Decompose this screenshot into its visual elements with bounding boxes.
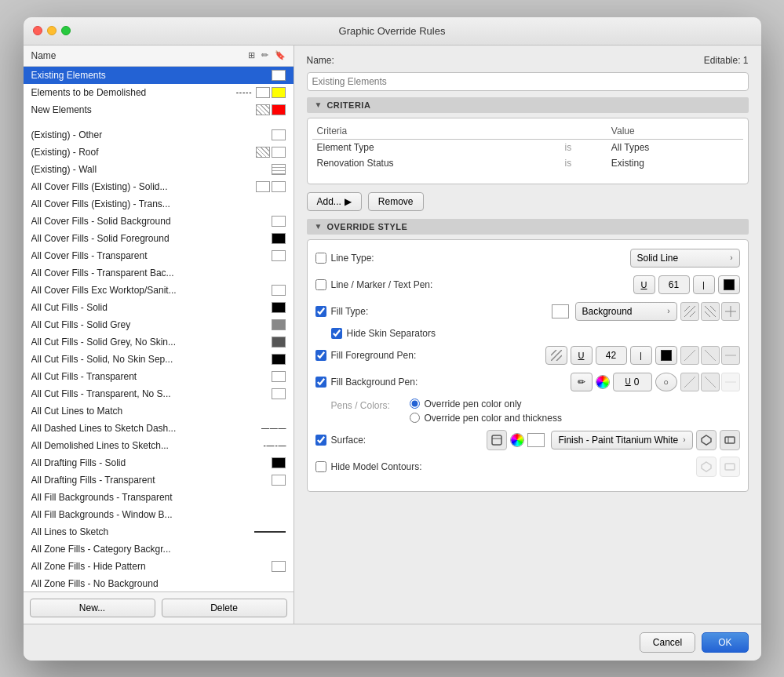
list-item[interactable]: All Cover Fills Exc Worktop/Sanit... — [24, 282, 294, 299]
add-criteria-button[interactable]: Add... ▶ — [307, 192, 362, 211]
surface-icon-btn[interactable] — [487, 430, 507, 450]
pattern-icon-group — [680, 302, 740, 321]
list-item[interactable]: All Cut Fills - Solid Grey, No Skin... — [24, 333, 294, 351]
override-pen-thickness-radio[interactable] — [410, 413, 420, 423]
criteria-cell: Renovation Status — [312, 155, 560, 171]
line-type-dropdown[interactable]: Solid Line › — [630, 249, 740, 268]
line-pen-checkbox[interactable] — [315, 279, 326, 290]
surface-color-wheel[interactable] — [510, 433, 524, 447]
hide-skin-checkbox[interactable] — [331, 328, 342, 339]
list-item[interactable]: New Elements — [24, 101, 294, 118]
list-item[interactable]: (Existing) - Other — [24, 126, 294, 144]
svg-line-5 — [705, 311, 710, 317]
list-item[interactable]: (Existing) - Wall — [24, 161, 294, 178]
fg-cross-btn[interactable] — [721, 346, 740, 365]
list-item[interactable]: All Cover Fills - Solid Background — [24, 213, 294, 230]
surface-3d-icon-btn[interactable] — [696, 430, 717, 450]
fg-diag-btn[interactable] — [701, 346, 720, 365]
list-item[interactable]: All Drafting Fills - Solid — [24, 454, 294, 471]
item-swatch — [272, 250, 286, 261]
list-item[interactable]: All Zone Fills - No Background — [24, 575, 294, 591]
item-label: All Cut Fills - Transparent — [31, 371, 272, 382]
list-item[interactable]: All Cut Fills - Solid Grey — [24, 316, 294, 333]
list-item[interactable]: All Cover Fills - Solid Foreground — [24, 230, 294, 247]
list-item[interactable]: All Fill Backgrounds - Transparent — [24, 489, 294, 506]
list-item[interactable]: All Cut Fills - Solid — [24, 299, 294, 316]
svg-line-8 — [551, 350, 562, 361]
fill-type-dropdown[interactable]: Background › — [575, 302, 677, 321]
list-item[interactable]: All Zone Fills - Hide Pattern — [24, 558, 294, 575]
radio-row-pen-color: Override pen color only — [410, 399, 562, 409]
fill-type-checkbox[interactable] — [315, 306, 326, 317]
item-label: Elements to be Demolished — [31, 87, 236, 98]
cross-pattern-icon[interactable] — [721, 302, 740, 321]
list-item[interactable]: Elements to be Demolished - - - - - — [24, 84, 294, 101]
override-pen-color-radio[interactable] — [410, 399, 420, 409]
pen-underline-btn[interactable]: U — [633, 275, 655, 294]
close-button[interactable] — [33, 26, 42, 35]
fg-underline-btn[interactable]: U — [571, 346, 593, 365]
fg-pen-number[interactable]: 42 — [596, 346, 627, 365]
new-button[interactable]: New... — [30, 599, 155, 617]
hide-skin-label: Hide Skin Separators — [347, 328, 441, 339]
bg-circle-btn[interactable]: ○ — [655, 373, 677, 391]
svg-line-10 — [556, 355, 562, 361]
hide-contours-checkbox[interactable] — [315, 461, 326, 472]
fg-swatch-btn[interactable] — [655, 346, 677, 365]
item-label: All Drafting Fills - Solid — [31, 457, 272, 468]
list-item[interactable]: Existing Elements — [24, 67, 294, 84]
list-item[interactable]: All Demolished Lines to Sketch... - — - … — [24, 437, 294, 454]
list-item[interactable]: All Cover Fills (Existing) - Solid... — [24, 178, 294, 195]
color-wheel-icon — [596, 376, 609, 388]
name-input[interactable] — [307, 72, 749, 91]
line-type-checkbox[interactable] — [315, 253, 326, 264]
list-item[interactable]: All Cut Fills - Transparent, No S... — [24, 385, 294, 402]
surface-dropdown[interactable]: Finish - Paint Titanium White › — [551, 431, 692, 450]
bg-pen-picker-btn[interactable]: ✏ — [571, 373, 593, 391]
delete-button[interactable]: Delete — [162, 599, 287, 617]
list-item[interactable]: All Drafting Fills - Transparent — [24, 471, 294, 489]
item-label: All Demolished Lines to Sketch... — [31, 440, 264, 451]
minimize-button[interactable] — [47, 26, 57, 35]
bg-cross-btn[interactable] — [721, 373, 740, 391]
fg-pipe-btn[interactable]: | — [630, 346, 652, 365]
list-item[interactable]: All Lines to Sketch — [24, 523, 294, 541]
cancel-button[interactable]: Cancel — [640, 632, 695, 653]
dropdown-arrow-icon: › — [683, 435, 685, 444]
pen-number-input[interactable]: 61 — [658, 275, 690, 294]
list-item[interactable]: All Cover Fills (Existing) - Trans... — [24, 195, 294, 213]
item-icons — [272, 371, 286, 382]
contour-icon-btn[interactable] — [696, 457, 717, 477]
fill-fg-pen-checkbox[interactable] — [315, 350, 326, 361]
surface-alt-btn[interactable] — [720, 430, 740, 450]
surface-checkbox[interactable] — [315, 435, 326, 446]
list-item[interactable]: All Dashed Lines to Sketch Dash... — — — — [24, 420, 294, 437]
remove-criteria-button[interactable]: Remove — [368, 192, 424, 211]
fill-type-controls: Background › — [552, 302, 740, 321]
list-item[interactable]: All Zone Fills - Category Backgr... — [24, 541, 294, 558]
list-item[interactable]: (Existing) - Roof — [24, 144, 294, 161]
ok-button[interactable]: OK — [702, 632, 748, 653]
fill-type-label: Fill Type: — [331, 306, 425, 317]
list-item[interactable]: All Cut Lines to Match — [24, 402, 294, 420]
diagonal-pattern-icon[interactable] — [701, 302, 720, 321]
bg-hatch-btn[interactable] — [680, 373, 699, 391]
bg-color-wheel[interactable] — [596, 375, 610, 389]
pen-pipe-btn[interactable]: | — [693, 275, 715, 294]
list-item[interactable]: All Cut Fills - Transparent — [24, 368, 294, 385]
fill-bg-pen-checkbox[interactable] — [315, 377, 326, 388]
list-item[interactable]: All Cut Fills - Solid, No Skin Sep... — [24, 351, 294, 368]
contour-alt-btn[interactable] — [720, 457, 740, 477]
list-item[interactable]: All Fill Backgrounds - Window B... — [24, 506, 294, 523]
pen-black-swatch-btn[interactable] — [718, 275, 740, 294]
svg-marker-22 — [702, 462, 711, 471]
bg-pen-number[interactable]: U 0 — [613, 373, 652, 391]
maximize-button[interactable] — [61, 26, 71, 35]
list-item[interactable]: All Cover Fills - Transparent — [24, 247, 294, 264]
fg-hatch-icon[interactable] — [545, 346, 567, 365]
list-item[interactable]: All Cover Fills - Transparent Bac... — [24, 264, 294, 282]
bg-pattern-icons — [680, 373, 740, 391]
hatch-pattern-icon[interactable] — [680, 302, 699, 321]
fg-hatch-btn[interactable] — [680, 346, 699, 365]
bg-diag-btn[interactable] — [701, 373, 720, 391]
